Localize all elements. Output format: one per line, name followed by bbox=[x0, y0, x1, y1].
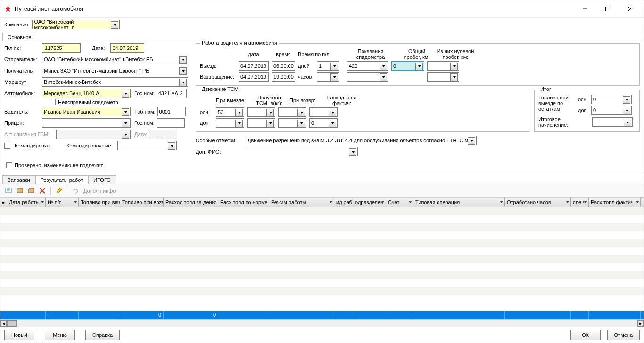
tsm-osn-ret[interactable] bbox=[278, 107, 306, 117]
tsm-dop-out[interactable] bbox=[216, 118, 244, 128]
col-header[interactable]: Расх топл фактич bbox=[589, 198, 641, 207]
tsm-dop-fact[interactable]: 0 bbox=[309, 118, 338, 128]
maximize-button[interactable] bbox=[598, 2, 617, 16]
special-notes-select[interactable]: Движение разрешено под знаки 3.2-3.8; 4.… bbox=[246, 136, 477, 145]
tabnom-label: Таб.ном: bbox=[134, 109, 156, 114]
verified-label: Проверено, изменению не подлежит bbox=[15, 163, 103, 168]
tsm-dop-ret[interactable] bbox=[278, 118, 306, 128]
route-select[interactable]: Витебск-Минск-Витебск bbox=[42, 77, 188, 87]
receiver-select[interactable]: Минск ЗАО "Интернет-магазин Евроопт" РБ bbox=[42, 66, 188, 75]
company-select[interactable]: ОАО "Витебский мясокомбинат" г bbox=[32, 20, 120, 29]
grid-body[interactable] bbox=[0, 207, 644, 311]
pl-no-field[interactable] bbox=[42, 43, 81, 53]
hours-field[interactable] bbox=[317, 72, 339, 82]
col-header[interactable]: ▸ bbox=[0, 198, 7, 207]
trailer-gosnom-field[interactable] bbox=[157, 118, 185, 128]
col-header[interactable]: сле ч bbox=[571, 198, 589, 207]
open-button[interactable] bbox=[15, 186, 25, 196]
ret-date-field[interactable]: 04.07.2019 bbox=[239, 72, 269, 82]
table-row[interactable] bbox=[0, 215, 644, 223]
total-cell: 0 bbox=[120, 311, 164, 319]
extra-fio-label: Доп. ФИО: bbox=[196, 149, 243, 155]
table-row[interactable] bbox=[0, 271, 644, 279]
out-date-field[interactable]: 04.07.2019 bbox=[239, 61, 269, 71]
total-km-field[interactable]: 0 bbox=[391, 61, 424, 71]
spido-ret-field[interactable] bbox=[347, 72, 388, 82]
spido-out-field[interactable]: 420 bbox=[347, 61, 388, 71]
table-row[interactable] bbox=[0, 263, 644, 271]
out-time-field[interactable]: 06:00:00 bbox=[272, 61, 295, 71]
table-row[interactable] bbox=[0, 231, 644, 239]
scroll-right-arrow[interactable]: ▸ bbox=[637, 320, 644, 327]
delete-button[interactable] bbox=[37, 186, 48, 196]
col-header[interactable]: № п/п bbox=[46, 198, 79, 207]
open-button-2[interactable] bbox=[26, 186, 36, 196]
date-field[interactable]: 04.07.2019 bbox=[110, 43, 144, 53]
minimize-button[interactable] bbox=[576, 2, 594, 16]
act-label: Акт списания ГСМ: bbox=[4, 131, 54, 137]
ret-label: Возвращение: bbox=[200, 74, 236, 80]
horizontal-scrollbar[interactable]: ◂ ▸ bbox=[0, 319, 644, 327]
scroll-left-arrow[interactable]: ◂ bbox=[0, 320, 7, 327]
ret-time-field[interactable]: 19:00:00 bbox=[272, 72, 295, 82]
faulty-spido-checkbox[interactable] bbox=[50, 99, 56, 105]
table-row[interactable] bbox=[0, 295, 644, 303]
ok-button[interactable]: ОК bbox=[570, 330, 601, 340]
zero-km-out-field[interactable] bbox=[427, 61, 459, 71]
tsm-osn-out[interactable]: 53 bbox=[216, 107, 244, 117]
table-row[interactable] bbox=[0, 287, 644, 295]
total-cell bbox=[7, 311, 46, 319]
table-row[interactable] bbox=[0, 247, 644, 255]
vehicle-select[interactable]: Мерседес Бенц 1840 А bbox=[42, 89, 131, 98]
col-header[interactable]: ид раб bbox=[334, 198, 353, 207]
table-row[interactable] bbox=[0, 279, 644, 287]
total-cell bbox=[334, 311, 353, 319]
extra-fio-select[interactable] bbox=[246, 147, 358, 156]
col-header[interactable]: Топливо при выезде bbox=[79, 198, 120, 207]
edit-button[interactable] bbox=[54, 186, 64, 196]
days-field[interactable]: 1 bbox=[317, 61, 339, 71]
trailer-gosnom-label: Гос.ном: bbox=[134, 120, 155, 126]
total-cell bbox=[589, 311, 641, 319]
trip-money-select[interactable] bbox=[117, 141, 177, 150]
tab-refuel[interactable]: Заправки bbox=[2, 175, 35, 184]
col-header[interactable]: Режим работы bbox=[269, 198, 334, 207]
tab-results[interactable]: Результаты работ bbox=[35, 175, 88, 184]
table-row[interactable] bbox=[0, 207, 644, 215]
close-button[interactable] bbox=[621, 2, 640, 16]
total-cell bbox=[79, 311, 120, 319]
table-row[interactable] bbox=[0, 239, 644, 247]
col-header[interactable]: одразделен bbox=[353, 198, 386, 207]
tsm-dop-recv[interactable] bbox=[247, 118, 275, 128]
itog-dop-field[interactable]: 0 bbox=[591, 106, 632, 115]
scroll-thumb[interactable] bbox=[7, 320, 17, 327]
menu-button[interactable]: Меню bbox=[45, 330, 75, 340]
col-header[interactable]: Топливо при возвр bbox=[120, 198, 164, 207]
trip-checkbox[interactable] bbox=[4, 143, 10, 149]
tsm-osn-recv[interactable] bbox=[247, 107, 275, 117]
col-header[interactable]: Расход топл за день bbox=[164, 198, 218, 207]
tsm-osn-fact[interactable] bbox=[309, 107, 338, 117]
new-button[interactable]: Новый bbox=[4, 330, 34, 340]
col-header[interactable]: Счет bbox=[386, 198, 413, 207]
col-header[interactable]: Дата работы bbox=[7, 198, 46, 207]
table-row[interactable] bbox=[0, 223, 644, 231]
help-button[interactable]: Справка bbox=[85, 330, 120, 340]
driver-select[interactable]: Иванов Иван Иванович bbox=[42, 107, 131, 116]
new-row-button[interactable] bbox=[3, 186, 14, 196]
trailer-select[interactable] bbox=[42, 118, 131, 128]
zero-km-ret-field[interactable] bbox=[427, 72, 459, 82]
tabnom-field[interactable]: 0001 bbox=[157, 107, 186, 116]
cancel-button[interactable]: Отмена bbox=[607, 330, 640, 340]
verified-checkbox[interactable] bbox=[6, 162, 12, 168]
itog-final-field[interactable] bbox=[592, 117, 633, 127]
col-header[interactable]: Типовая операция bbox=[413, 198, 505, 207]
sender-select[interactable]: ОАО "Витебский мясокомбинат" г.Витебск Р… bbox=[42, 55, 188, 64]
tab-total[interactable]: ИТОГО bbox=[88, 175, 116, 184]
col-header[interactable]: Отработано часов bbox=[505, 198, 571, 207]
col-header[interactable]: Расх топл по норме bbox=[218, 198, 269, 207]
itog-osn-field[interactable]: 0 bbox=[591, 95, 632, 104]
tab-main[interactable]: Основное bbox=[2, 33, 36, 41]
gosnom-field[interactable]: 4321 АА-2 bbox=[157, 89, 187, 98]
table-row[interactable] bbox=[0, 255, 644, 263]
